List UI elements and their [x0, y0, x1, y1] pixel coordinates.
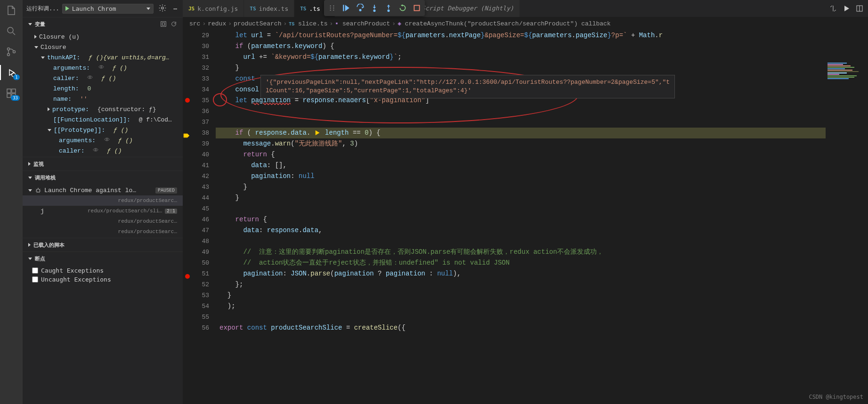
code-editor[interactable]: '{"previousPageLink":null,"nextPageLink"…	[216, 30, 868, 404]
run-icon[interactable]	[843, 5, 850, 12]
breakpoints-header[interactable]: 断点	[23, 252, 183, 265]
svg-rect-23	[343, 5, 344, 11]
code-line-37[interactable]	[216, 117, 868, 128]
prototype-row[interactable]: prototype: {constructor: ƒ}	[23, 104, 183, 114]
callstack-frame[interactable]: redux/productSearc…	[23, 216, 183, 226]
loaded-scripts-header[interactable]: 已载入的脚本	[23, 238, 183, 251]
debug-toolbar	[324, 0, 425, 16]
prototype-slot-row[interactable]: [[Prototype]]: ƒ ()	[23, 125, 183, 135]
callstack-thread[interactable]: Launch Chrome against lo… PAUSED	[23, 185, 183, 195]
refresh-icon[interactable]	[170, 21, 177, 27]
svg-point-16	[37, 189, 40, 192]
debug-icon[interactable]: 1	[6, 67, 17, 78]
breadcrumb-item[interactable]: ◈ createAsyncThunk("productSearch/search…	[397, 20, 611, 27]
callstack-frame[interactable]: jredux/productSearch/slice.ts2:1	[23, 206, 183, 216]
code-line-41[interactable]: data: [],	[216, 160, 868, 171]
breadcrumbs[interactable]: src›redux›productSearch›TS slice.ts›▪ se…	[183, 17, 868, 30]
code-line-30[interactable]: if (parameters.keyword) {	[216, 41, 868, 52]
code-line-55[interactable]	[216, 312, 868, 323]
code-line-52[interactable]: };	[216, 279, 868, 290]
split-icon[interactable]	[856, 5, 863, 12]
code-line-32[interactable]: }	[216, 63, 868, 73]
code-line-53[interactable]: }	[216, 290, 868, 301]
breakpoint-dot[interactable]	[185, 98, 190, 103]
callstack-frame[interactable]: redux/productSearc…	[23, 195, 183, 206]
restart-button[interactable]	[398, 4, 407, 12]
gear-icon[interactable]	[156, 2, 169, 16]
caught-exceptions-checkbox[interactable]: Caught Exceptions	[23, 266, 183, 275]
callstack-panel-header[interactable]: 调用堆栈	[23, 171, 183, 184]
drag-handle-icon[interactable]	[328, 4, 336, 12]
step-into-button[interactable]	[370, 4, 379, 12]
caller-row[interactable]: caller: ƒ ()	[23, 73, 183, 83]
arguments-row[interactable]: arguments: ƒ ()	[23, 63, 183, 73]
function-location-row[interactable]: [[FunctionLocation]]: @ f:\Cod…	[23, 114, 183, 125]
continue-button[interactable]	[342, 4, 350, 12]
tab-1[interactable]: TSindex.ts	[244, 0, 294, 17]
code-line-50[interactable]: // action状态会一直处于reject状态，并报错：undefined" …	[216, 258, 868, 268]
code-line-29[interactable]: let url = `/api/touristRoutes?pageNumber…	[216, 30, 868, 41]
uncaught-exceptions-checkbox[interactable]: Uncaught Exceptions	[23, 275, 183, 284]
code-line-48[interactable]	[216, 236, 868, 247]
variables-panel-header[interactable]: 变量	[23, 17, 183, 31]
bug-icon	[35, 187, 41, 194]
watch-panel-header[interactable]: 监视	[23, 157, 183, 170]
svg-rect-5	[7, 89, 11, 93]
code-line-47[interactable]: data: response.data,	[216, 225, 868, 236]
code-line-45[interactable]	[216, 203, 868, 214]
code-line-49[interactable]: // 注意：这里的需要判断pagination是否存在，否则JSON.parse…	[216, 247, 868, 258]
code-line-42[interactable]: pagination: null	[216, 171, 868, 182]
code-line-56[interactable]: export const productSearchSlice = create…	[216, 323, 868, 333]
svg-point-22	[333, 9, 334, 10]
code-line-43[interactable]: }	[216, 182, 868, 193]
step-out-button[interactable]	[384, 4, 393, 12]
breakpoint-dot[interactable]	[185, 274, 190, 279]
code-line-51[interactable]: pagination: JSON.parse(pagination ? pagi…	[216, 268, 868, 279]
code-line-39[interactable]: message.warn("无此旅游线路", 3)	[216, 138, 868, 149]
line-number-gutter: 2930313233343536373839404142434445464748…	[192, 30, 216, 404]
stop-button[interactable]	[413, 4, 421, 12]
breakpoint-gutter[interactable]	[183, 30, 192, 404]
arguments2-row[interactable]: arguments: ƒ ()	[23, 135, 183, 145]
closure-u-row[interactable]: Closure (u)	[23, 32, 183, 42]
code-line-40[interactable]: return {	[216, 149, 868, 160]
extensions-icon[interactable]: 33	[6, 88, 17, 99]
callstack-frame[interactable]: redux/productSearc…	[23, 226, 183, 237]
svg-point-3	[13, 51, 16, 53]
breadcrumb-item[interactable]: ▪ searchProduct	[335, 20, 390, 27]
collapse-icon[interactable]	[160, 21, 167, 27]
length-row[interactable]: length: 0	[23, 83, 183, 94]
launch-config-selector[interactable]: Launch Chrom	[62, 4, 154, 14]
svg-point-12	[100, 66, 102, 68]
compare-icon[interactable]	[829, 5, 837, 12]
closure-row[interactable]: Closure	[23, 42, 183, 52]
code-line-38[interactable]: if ( response.data. length == 0) {	[216, 128, 868, 138]
watermark: CSDN @kingtopest	[809, 394, 863, 400]
code-line-36[interactable]	[216, 106, 868, 117]
svg-point-0	[8, 27, 13, 33]
explorer-icon[interactable]	[6, 5, 17, 16]
code-line-44[interactable]: }	[216, 193, 868, 203]
run-debug-label: 运行和调...	[26, 5, 59, 13]
eye-icon	[104, 137, 110, 144]
breadcrumb-item[interactable]: productSearch	[234, 20, 281, 27]
code-line-46[interactable]: return {	[216, 214, 868, 225]
breadcrumb-item[interactable]: TS slice.ts	[289, 20, 327, 27]
svg-point-2	[8, 54, 10, 56]
minimap[interactable]	[826, 60, 868, 249]
code-line-54[interactable]: );	[216, 301, 868, 312]
code-line-31[interactable]: url += `&keyword=${parameters.keyword}`;	[216, 52, 868, 63]
breadcrumb-item[interactable]: src	[189, 20, 200, 27]
eye-icon	[87, 74, 93, 82]
more-icon[interactable]: ⋯	[171, 3, 179, 14]
tab-0[interactable]: JSk.config.js	[183, 0, 244, 17]
debug-header: 运行和调... Launch Chrom ⋯	[23, 0, 183, 17]
svg-point-9	[162, 7, 164, 9]
thunkapi-row[interactable]: thunkAPI: ƒ (){var u=this,d=arg…	[23, 52, 183, 63]
search-icon[interactable]	[6, 25, 17, 37]
caller2-row[interactable]: caller: ƒ ()	[23, 145, 183, 156]
name-row[interactable]: name: ''	[23, 94, 183, 104]
breadcrumb-item[interactable]: redux	[208, 20, 226, 27]
source-control-icon[interactable]	[6, 46, 17, 57]
step-over-button[interactable]	[356, 4, 365, 12]
